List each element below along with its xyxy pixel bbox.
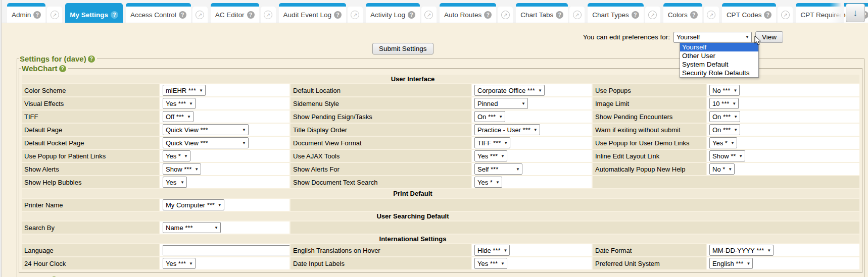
tab-group-ac-editor: AC Editor?↗	[211, 3, 276, 23]
select-automatically-popup-new-help[interactable]: No *▼	[709, 163, 735, 175]
help-icon[interactable]: ?	[764, 11, 771, 19]
dropdown-option-yourself[interactable]: Yourself	[680, 43, 758, 51]
empty-cell	[291, 199, 859, 211]
select-english-translations-on-hover[interactable]: Hide ***▼	[474, 245, 510, 256]
chevron-down-icon: ▼	[242, 141, 246, 145]
select-inline-edit-layout-link[interactable]: Show **▼	[709, 150, 745, 161]
help-icon[interactable]: ?	[690, 11, 698, 19]
select-image-limit[interactable]: 10 ***▼	[709, 98, 739, 109]
edit-preferences-select[interactable]: Yourself ▼	[673, 32, 752, 43]
select-warn-if-exiting-without-submit[interactable]: On ***▼	[709, 124, 740, 135]
popout-admin[interactable]: ↗	[47, 7, 62, 23]
select-default-pocket-page[interactable]: Quick View ***▼	[163, 137, 249, 148]
select-document-view-format[interactable]: TIFF ***▼	[474, 137, 510, 148]
help-icon[interactable]: ?	[408, 11, 415, 19]
tab-auto-routes[interactable]: Auto Routes?	[440, 3, 496, 23]
help-icon[interactable]: ?	[484, 11, 492, 19]
tab-label: Access Control	[130, 11, 176, 19]
input-language[interactable]	[163, 245, 290, 255]
tab-group-chart-types: Chart Types?↗	[588, 3, 660, 23]
select-show-pending-esign-tasks[interactable]: On ***▼	[474, 111, 505, 122]
tab-chart-tabs[interactable]: Chart Tabs?	[516, 3, 568, 23]
select-date-input-labels[interactable]: Yes ***▼	[474, 258, 507, 269]
help-icon[interactable]: ?	[33, 11, 41, 19]
select-show-alerts[interactable]: Show ***▼	[163, 163, 201, 175]
tab-colors[interactable]: Colors?	[663, 3, 702, 23]
popout-auto-routes[interactable]: ↗	[498, 7, 513, 23]
table-row: Show Help BubblesYes▼Show Document Text …	[22, 176, 859, 188]
dropdown-option-security-role-defaults[interactable]: Security Role Defaults	[680, 69, 758, 77]
select-title-display-order[interactable]: Practice - User ***▼	[474, 124, 540, 135]
select-default-page[interactable]: Quick View ***▼	[163, 124, 249, 135]
tab-activity-log[interactable]: Activity Log?	[366, 3, 420, 23]
dropdown-option-other-user[interactable]: Other User	[680, 51, 758, 60]
setting-label-sidemenu-style: Sidemenu Style	[291, 97, 471, 109]
help-icon[interactable]: ?	[556, 11, 563, 19]
select-default-location[interactable]: Corporate Office ***▼	[474, 85, 545, 96]
select-show-document-text-search[interactable]: Yes *▼	[474, 177, 502, 188]
setting-value-cell: Pinned▼	[472, 97, 592, 109]
setting-value-cell	[160, 244, 290, 256]
popout-arrow-icon: ↗	[781, 11, 790, 19]
tab-overflow-button[interactable]: ↓	[846, 4, 865, 22]
select-sidemenu-style[interactable]: Pinned▼	[474, 98, 528, 109]
tab-strip: Admin?↗My Settings?Access Control?↗AC Ed…	[0, 0, 868, 23]
tab-cpt-codes[interactable]: CPT Codes?	[722, 3, 777, 23]
select-show-help-bubbles[interactable]: Yes▼	[163, 177, 187, 188]
select-use-ajax-tools[interactable]: Yes ***▼	[474, 150, 507, 161]
select-value: Name ***	[166, 224, 192, 232]
tab-audit-event-log[interactable]: Audit Event Log?	[279, 3, 346, 23]
select-use-popup-for-user-demo-links[interactable]: Yes *▼	[709, 137, 737, 148]
select-value: Yes ***	[477, 152, 498, 160]
table-row: Default Pocket PageQuick View ***▼Docume…	[22, 137, 859, 149]
select-printer-name[interactable]: My Computer ***▼	[163, 199, 224, 210]
submit-settings-button[interactable]: Submit Settings	[372, 43, 433, 54]
setting-value-cell: Practice - User ***▼	[472, 124, 592, 136]
select-preferred-unit-system[interactable]: English ***▼	[709, 258, 753, 269]
popout-audit-event-log[interactable]: ↗	[348, 7, 363, 23]
popout-access-control[interactable]: ↗	[192, 7, 208, 23]
view-button[interactable]: View	[755, 31, 783, 43]
popout-colors[interactable]: ↗	[704, 7, 719, 23]
select-use-popup-for-patient-links[interactable]: Yes *▼	[163, 150, 190, 161]
help-icon[interactable]: ?	[111, 11, 118, 19]
tab-ac-editor[interactable]: AC Editor?	[211, 3, 259, 23]
popout-chart-tabs[interactable]: ↗	[569, 7, 585, 23]
select-use-popups[interactable]: No ***▼	[709, 85, 740, 96]
popout-ac-editor[interactable]: ↗	[261, 7, 276, 23]
help-icon[interactable]: ?	[59, 65, 66, 72]
select-show-alerts-for[interactable]: Self ***▼	[474, 163, 522, 175]
section-header-international-settings: International Settings	[22, 235, 859, 243]
select-value: On ***	[712, 113, 731, 121]
select-search-by[interactable]: Name ***▼	[163, 222, 221, 233]
popout-cpt-codes[interactable]: ↗	[778, 7, 793, 23]
edit-preferences-bar: You can edit preferences for: Yourself ▼…	[0, 31, 783, 43]
select-value: On ***	[712, 126, 731, 134]
setting-value-cell: Hide ***▼	[472, 244, 592, 256]
select-color-scheme[interactable]: miEHR ***▼	[163, 85, 206, 96]
tab-access-control[interactable]: Access Control?	[126, 3, 191, 23]
help-icon[interactable]: ?	[179, 11, 186, 19]
dropdown-option-system-default[interactable]: System Default	[680, 60, 758, 69]
popout-activity-log[interactable]: ↗	[421, 7, 437, 23]
select-show-pending-encounters[interactable]: On ***▼	[709, 111, 740, 122]
select-date-format[interactable]: MM-DD-YYYY ***▼	[709, 245, 774, 256]
help-icon[interactable]: ?	[247, 11, 255, 19]
tab-group-access-control: Access Control?↗	[126, 3, 208, 23]
setting-value-cell: On ***▼	[707, 110, 859, 123]
tab-admin[interactable]: Admin?	[7, 3, 45, 23]
setting-value-cell: Yes▼	[160, 176, 290, 188]
select-value: Yes *	[712, 139, 728, 147]
help-icon[interactable]: ?	[334, 11, 342, 19]
help-icon[interactable]: ?	[88, 56, 95, 63]
select-tiff[interactable]: Off ***▼	[163, 111, 194, 122]
tab-my-settings[interactable]: My Settings?	[65, 3, 123, 23]
tab-chart-types[interactable]: Chart Types?	[588, 3, 644, 23]
select-visual-effects[interactable]: Yes ***▼	[163, 98, 196, 109]
help-icon[interactable]: ?	[632, 11, 639, 19]
popout-chart-types[interactable]: ↗	[645, 7, 660, 23]
select-24-hour-clock[interactable]: Yes ***▼	[163, 258, 196, 269]
select-value: No *	[712, 165, 725, 173]
chevron-down-icon: ▼	[187, 115, 191, 119]
chevron-down-icon: ▼	[728, 167, 732, 172]
